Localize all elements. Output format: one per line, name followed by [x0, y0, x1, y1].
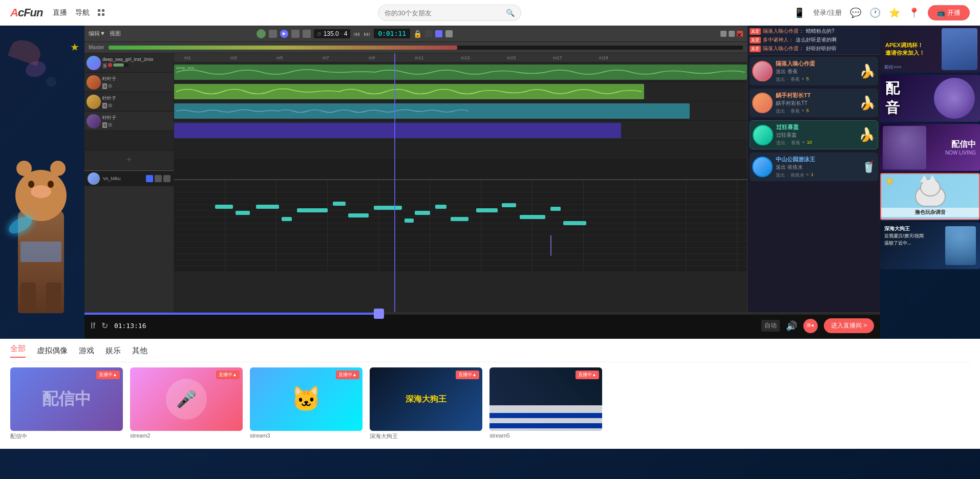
piano-tool-3[interactable]	[163, 175, 171, 182]
note-1[interactable]	[215, 205, 233, 209]
note-5[interactable]	[297, 208, 328, 212]
apex-card[interactable]: APEX调鸡杯！邀请你来加入！ 前往>>>	[880, 26, 980, 73]
track-avatar-0	[87, 56, 101, 70]
mobile-icon[interactable]: 📱	[794, 7, 805, 18]
nav-link-guide[interactable]: 导航	[75, 8, 90, 17]
history-icon[interactable]: 🕐	[869, 7, 881, 18]
track-s-btn-3[interactable]: S	[102, 122, 107, 128]
daw-menu-item[interactable]: 编辑▼	[89, 30, 105, 37]
track-mute-1[interactable]	[108, 84, 112, 88]
search-icon[interactable]: 🔍	[506, 9, 515, 17]
star-icon[interactable]: ⭐	[889, 7, 900, 18]
close-btn[interactable]: ×	[737, 31, 743, 37]
track-mute-2[interactable]	[108, 103, 112, 107]
daw-menu-item2[interactable]: 视图	[110, 30, 121, 37]
tab-entertainment[interactable]: 娱乐	[105, 346, 121, 356]
note-10[interactable]	[415, 211, 430, 215]
gift-actions-3: 送出 · 香蕉 × 10	[776, 140, 856, 146]
message-icon[interactable]: 💬	[850, 7, 861, 18]
peiyin-card-1[interactable]: 配音	[880, 75, 980, 122]
track-s-btn-1[interactable]: S	[102, 83, 107, 89]
stream-thumb-2[interactable]: 🎤 直播中▲ stream2	[130, 367, 243, 442]
note-9[interactable]	[404, 219, 414, 223]
note-3[interactable]	[256, 205, 279, 209]
search-bar[interactable]: 🔍	[378, 5, 521, 21]
clip-1-main[interactable]	[174, 84, 644, 99]
stream-thumb-4[interactable]: 深海大狗王 直播中▲ 深海大狗王	[370, 367, 482, 442]
ctrl-reload-icon[interactable]: ↻	[101, 321, 108, 331]
stream-thumb-3[interactable]: 🐱 直播中▲ stream3	[250, 367, 363, 442]
reply-link-1[interactable]: 送出	[776, 76, 785, 83]
track-s-btn-0[interactable]: S	[102, 63, 107, 69]
rewind-button[interactable]	[291, 30, 300, 38]
note-11[interactable]	[435, 205, 446, 209]
cat-card[interactable]: 撸色玩杂调音 ☀️	[880, 173, 980, 220]
tab-virtual[interactable]: 虚拟偶像	[37, 346, 68, 356]
piano-tool-2[interactable]	[155, 175, 162, 182]
clip-0-main[interactable]: deep_sea...	[174, 64, 747, 80]
track-s-btn-2[interactable]: S	[102, 103, 107, 108]
note-13[interactable]	[476, 208, 498, 212]
skip-end-icon[interactable]: ⏭	[364, 30, 371, 38]
peiyin-card-2[interactable]: 配信中 NOW LIVING	[880, 124, 980, 171]
location-icon[interactable]: 📍	[908, 7, 920, 18]
piano-tool-1[interactable]	[146, 175, 153, 182]
tab-all[interactable]: 全部	[10, 344, 26, 358]
like-link-1[interactable]: 香蕉	[791, 76, 800, 83]
play-button[interactable]: ▶	[280, 30, 288, 38]
piano-roll-grid[interactable]	[174, 179, 747, 271]
skip-start-icon[interactable]: ⏮	[353, 30, 360, 38]
speed-button[interactable]: 弹●	[803, 319, 818, 333]
clip-2-main[interactable]	[174, 103, 690, 119]
stream-thumb-1[interactable]: 配信中 直播中▲ 配信中	[10, 367, 123, 442]
note-12[interactable]	[451, 217, 468, 221]
clip-3-main[interactable]	[174, 123, 621, 138]
maximize-btn[interactable]	[729, 31, 735, 37]
record-button[interactable]	[257, 29, 266, 38]
login-button[interactable]: 登录/注册	[813, 8, 842, 17]
deepsea-card[interactable]: 深海大狗王近视凝汉/撩天/祝闻温较了近中...	[880, 222, 980, 269]
daw-interface[interactable]: 编辑▼ 视图 ▶ ⏱ 135.0	[84, 26, 747, 312]
start-live-button[interactable]: 📺 开播	[928, 5, 970, 20]
auto-button[interactable]: 自动	[761, 320, 780, 332]
note-17[interactable]	[563, 221, 586, 225]
metro-btn[interactable]	[425, 30, 432, 37]
daw-timeline[interactable]: m1 m3 m5 m7 m9 m11 m13 m15 m17 m19	[174, 53, 747, 312]
enter-live-button[interactable]: 进入直播间 >	[824, 318, 874, 333]
ffwd-button[interactable]	[303, 30, 311, 38]
note-6[interactable]	[333, 202, 346, 206]
track-mute-3[interactable]	[108, 123, 112, 127]
volume-button[interactable]: 🔊	[786, 320, 797, 332]
search-input[interactable]	[385, 9, 506, 17]
nav-link-live[interactable]: 直播	[53, 8, 67, 17]
stop-button[interactable]	[269, 30, 277, 38]
note-16[interactable]	[550, 207, 561, 211]
tab-game[interactable]: 游戏	[79, 346, 94, 356]
reply-link-2[interactable]: 送出	[776, 108, 785, 115]
minimize-btn[interactable]	[720, 31, 727, 37]
add-track-icon[interactable]: +	[126, 155, 132, 165]
note-7[interactable]	[348, 213, 369, 217]
track-arm-0[interactable]	[108, 63, 112, 67]
like-link-2[interactable]: 香蕉	[791, 108, 800, 115]
stream-thumb-5[interactable]: 直播中▲ stream5	[489, 367, 602, 442]
note-14[interactable]	[502, 203, 516, 207]
reply-link-3[interactable]: 送出	[776, 140, 785, 146]
loop-btn[interactable]	[435, 30, 442, 37]
track-volume-0[interactable]	[113, 63, 129, 67]
pattern-btn[interactable]	[445, 30, 453, 37]
tab-other[interactable]: 其他	[132, 346, 147, 356]
progress-thumb[interactable]	[374, 309, 384, 319]
progress-bar[interactable]	[84, 313, 880, 315]
note-4[interactable]	[282, 217, 292, 221]
note-2[interactable]	[236, 211, 250, 215]
logo[interactable]: AcFun	[10, 6, 42, 19]
like-link-4[interactable]: 依依水	[791, 172, 804, 179]
note-8[interactable]	[374, 206, 402, 210]
reply-link-4[interactable]: 送出	[776, 172, 785, 179]
chat-user-2: 多中诸神人：	[763, 36, 794, 43]
track-add[interactable]: +	[84, 150, 174, 170]
nav-grid-icon[interactable]	[98, 9, 105, 16]
note-15[interactable]	[520, 215, 545, 219]
like-link-3[interactable]: 香蕉	[791, 140, 800, 146]
